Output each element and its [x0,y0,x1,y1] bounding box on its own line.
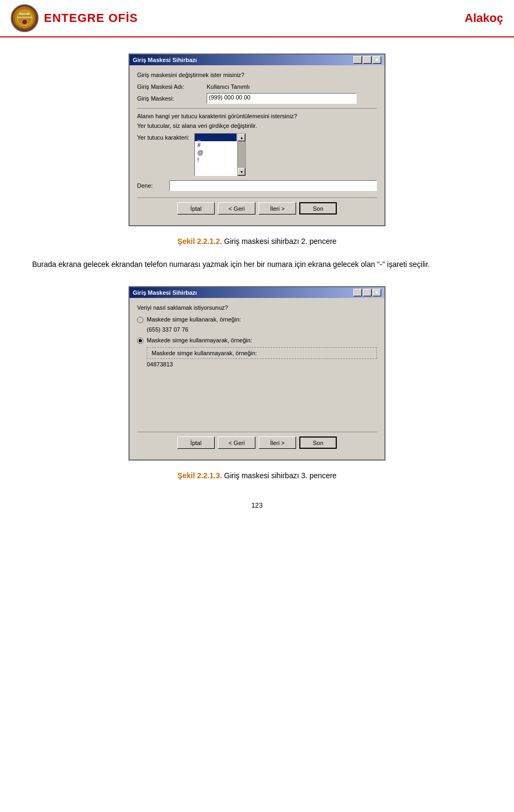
close-button-2[interactable]: ✕ [373,289,381,296]
dialog1-titlebar: Giriş Maskesi Sihirbazı _ □ ✕ [130,55,384,65]
son-button-2[interactable]: Son [299,436,337,449]
option2-example: 04873813 [147,361,377,367]
listbox-item-3[interactable]: ! [195,156,237,164]
option2-label-text: Maskede simge kullanmayarak, örneğin: [147,337,252,343]
dene-label: Dene: [137,182,169,189]
spacer [137,372,377,425]
dialog2: Giriş Maskesi Sihirbazı _ □ ✕ Veriyi nas… [128,286,386,461]
listbox-container: _ # @ ! ▲ ▼ [194,133,246,176]
dialog1-title: Giriş Maskesi Sihirbazı [133,57,197,63]
caption2-text: . Giriş maskesi sihirbazı 3. pencere [220,471,337,480]
iptal-button-2[interactable]: İptal [177,436,215,449]
caption1: Şekil 2.2.1.2. Giriş maskesi sihirbazı 2… [32,237,482,246]
field-row-2: Giriş Maskesi: (999) 000 00 00 [137,93,377,104]
field-label-1: Giriş Maskesi Adı: [137,83,207,90]
scroll-down-button[interactable]: ▼ [238,168,245,175]
maximize-button-2[interactable]: □ [363,289,372,296]
button-row-2: İptal < Geri İleri > Son [137,432,377,453]
radio-row-1: Maskede simge kullanarak, örneğin: [137,316,377,323]
separator1 [137,108,377,109]
header-left: MERSİN ÜNİVERSİTESİ ENTEGRE OFİS [11,4,138,32]
option1-example: (655) 337 07 76 [147,326,377,333]
dialog2-body: Veriyi nasıl saklamak istiyorsunuz? Mask… [130,298,384,459]
placeholder-label: Yer tutucu karakteri: [137,134,189,141]
scrollbar: ▲ ▼ [237,133,246,176]
dialog2-question: Veriyi nasıl saklamak istiyorsunuz? [137,304,377,311]
caption1-prefix: Şekil 2.2.1.2 [177,237,220,246]
svg-text:ÜNİVERSİTESİ: ÜNİVERSİTESİ [17,16,32,19]
listbox-item-2[interactable]: @ [195,149,237,156]
placeholder-area: Yer tutucu karakteri: _ # @ ! ▲ ▼ [137,133,377,176]
son-button-1[interactable]: Son [299,202,337,215]
close-button[interactable]: ✕ [373,56,381,64]
ileri-button-1[interactable]: İleri > [259,202,296,215]
mask-input[interactable]: (999) 000 00 00 [207,93,357,104]
info2: Yer tutucular, siz alana veri girdikçe d… [137,122,377,129]
body-text: Burada ekrana gelecek ekrandan telefon n… [32,258,482,270]
dialog1-question: Giriş maskesini değiştirmek ister misini… [137,72,377,78]
scroll-up-button[interactable]: ▲ [238,134,245,141]
dialog1-body: Giriş maskesini değiştirmek ister misini… [130,65,384,225]
dene-row: Dene: [137,180,377,191]
geri-button-1[interactable]: < Geri [218,202,255,215]
minimize-button[interactable]: _ [353,56,362,64]
svg-point-4 [22,19,27,25]
scroll-track[interactable] [238,141,245,168]
dialog1: Giriş Maskesi Sihirbazı _ □ ✕ Giriş mask… [128,53,386,226]
radio-label-1: Maskede simge kullanarak, örneğin: [147,316,241,323]
radio-1[interactable] [137,317,143,323]
maximize-button[interactable]: □ [363,56,372,64]
dene-input[interactable] [169,180,377,191]
option2-box: Maskede simge kullanmayarak, örneğin: [147,347,377,359]
button-row-1: İptal < Geri İleri > Son [137,197,377,219]
field-label-2: Giriş Maskesi: [137,95,207,102]
iptal-button-1[interactable]: İptal [177,202,215,215]
caption1-text: . Giriş maskesi sihirbazı 2. pencere [220,237,337,246]
caption2-prefix: Şekil 2.2.1.3 [177,471,220,480]
ileri-button-2[interactable]: İleri > [259,436,296,449]
header-title: ENTEGRE OFİS [44,11,138,25]
main-content: Giriş Maskesi Sihirbazı _ □ ✕ Giriş mask… [0,37,514,525]
header: MERSİN ÜNİVERSİTESİ ENTEGRE OFİS Alakoç [0,0,514,37]
logo-inner: MERSİN ÜNİVERSİTESİ [13,6,36,30]
titlebar-buttons: _ □ ✕ [353,56,381,64]
minimize-button-2[interactable]: _ [353,289,362,296]
header-right-title: Alakoç [465,11,503,25]
option2-label-inside: Maskede simge kullanmayarak, örneğin: [152,350,257,356]
radio-row-2: Maskede simge kullanmayarak, örneğin: [137,337,377,344]
dialog2-titlebar: Giriş Maskesi Sihirbazı _ □ ✕ [130,287,384,298]
listbox-item-1[interactable]: # [195,141,237,149]
field-row-1: Giriş Maskesi Adı: Kullanıcı Tanımlı [137,83,377,90]
titlebar-buttons-2: _ □ ✕ [353,289,381,296]
radio-2[interactable] [137,338,143,344]
info1: Alanın hangi yer tutucu karakterini görü… [137,113,377,119]
page-number: 123 [32,501,482,509]
listbox-item-0[interactable]: _ [195,134,237,141]
field-value-1: Kullanıcı Tanımlı [207,83,250,90]
dialog2-title: Giriş Maskesi Sihirbazı [133,289,197,296]
logo-icon: MERSİN ÜNİVERSİTESİ [11,4,39,32]
listbox[interactable]: _ # @ ! [194,133,237,176]
caption2: Şekil 2.2.1.3. Giriş maskesi sihirbazı 3… [32,471,482,480]
geri-button-2[interactable]: < Geri [218,436,255,449]
radio-label-2: Maskede simge kullanmayarak, örneğin: [147,337,252,343]
svg-text:MERSİN: MERSİN [19,12,30,16]
